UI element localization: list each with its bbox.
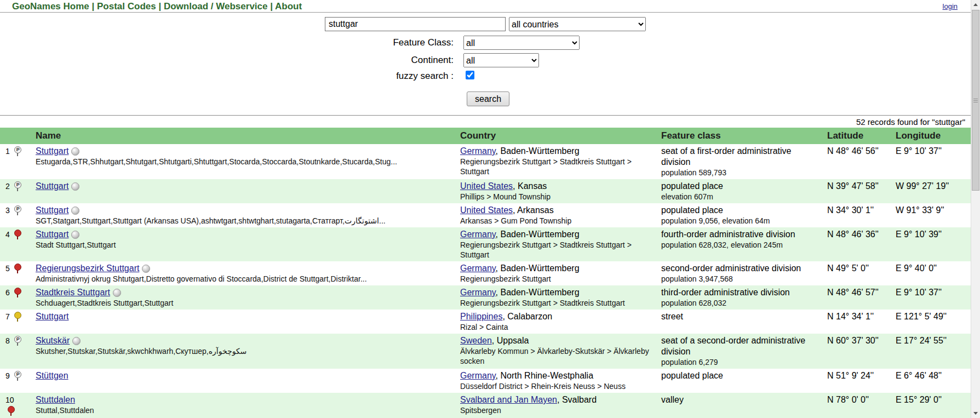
- country-cell: United States, Kansas Phillips > Mound T…: [457, 179, 658, 203]
- nav-link-about[interactable]: About: [275, 1, 302, 12]
- feature-class-cell: seat of a first-order administrative div…: [658, 144, 824, 179]
- longitude-value: E 15° 29' 0'': [893, 393, 971, 418]
- login-link[interactable]: login: [943, 2, 958, 10]
- latitude-value: N 34° 30' 1'': [824, 203, 893, 227]
- wikipedia-icon[interactable]: [71, 182, 79, 191]
- alternate-names: Estugarda,STR,Shhutgart,Shtutgart,Shtutg…: [36, 157, 454, 167]
- placename-link[interactable]: Stüttgen: [36, 371, 68, 380]
- country-link[interactable]: Sweden: [460, 336, 492, 345]
- alternate-names: Administrativnyj okrug Shtutgart,Distret…: [36, 274, 454, 284]
- wikipedia-icon[interactable]: [71, 147, 79, 156]
- admin-division-marker-icon: [14, 264, 21, 274]
- country-link[interactable]: Germany: [460, 264, 496, 273]
- admin-division-marker-icon: [14, 288, 21, 298]
- result-row: 1 P Stuttgart Estugarda,STR,Shhutgart,Sh…: [0, 144, 971, 179]
- feature-class-text: seat of a first-order administrative div…: [661, 146, 821, 168]
- feature-detail-text: population 589,793: [661, 168, 821, 177]
- wikipedia-icon[interactable]: [71, 231, 79, 239]
- hierarchy-path: Regierungsbezirk Stuttgart > Stadtkreis …: [460, 240, 655, 260]
- feature-class-cell: second-order administrative division pop…: [658, 261, 824, 285]
- country-link[interactable]: Germany: [460, 230, 496, 239]
- fuzzy-search-checkbox[interactable]: [466, 71, 474, 79]
- hierarchy-path: Regierungsbezirk Stuttgart > Stadtkreis …: [460, 298, 655, 308]
- country-cell: Germany, North Rhine-Westphalia Düsseldo…: [457, 369, 658, 393]
- nav-link-postal-codes[interactable]: Postal Codes: [97, 1, 156, 12]
- hierarchy-path: Rizal > Cainta: [460, 322, 655, 332]
- country-link[interactable]: Germany: [460, 288, 496, 297]
- scrollbar-up-arrow[interactable]: [971, 0, 980, 9]
- wikipedia-icon[interactable]: [72, 337, 81, 345]
- admin1-name: , Kansas: [513, 181, 547, 191]
- placename-link[interactable]: Stuttgart: [36, 312, 68, 321]
- row-number: 7: [5, 312, 10, 321]
- populated-place-marker-icon: P: [14, 205, 21, 216]
- hierarchy-path: Arkansas > Gum Pond Township: [460, 216, 655, 226]
- hierarchy-path: Spitsbergen: [460, 405, 655, 415]
- row-index-cell: 4: [0, 227, 33, 261]
- row-index-cell: 9 P: [0, 369, 33, 393]
- placename-link[interactable]: Stadtkreis Stuttgart: [36, 288, 110, 297]
- search-query-row: all countries: [0, 17, 971, 31]
- alternate-names: Stadt Stuttgart,Stuttgart: [36, 240, 454, 250]
- wikipedia-icon[interactable]: [113, 289, 121, 297]
- continent-select[interactable]: all: [463, 53, 539, 67]
- row-number: 4: [5, 230, 10, 239]
- feature-detail-text: population 6,279: [661, 357, 821, 367]
- placename-link[interactable]: Stuttgart: [36, 181, 68, 191]
- longitude-value: E 9° 10' 37'': [893, 285, 971, 310]
- country-link[interactable]: United States: [460, 205, 513, 215]
- continent-label: Continent:: [0, 55, 459, 66]
- placename-link[interactable]: Stuttdalen: [36, 395, 75, 404]
- feature-class-row: Feature Class: all: [0, 36, 971, 50]
- feature-class-cell: populated place population 9,056, elevat…: [658, 203, 824, 227]
- nav-link-download-webservice[interactable]: Download / Webservice: [164, 1, 268, 12]
- longitude-value: E 17° 24' 55'': [893, 334, 971, 369]
- search-button[interactable]: search: [467, 91, 509, 106]
- country-select[interactable]: all countries: [509, 17, 646, 31]
- feature-class-select[interactable]: all: [463, 36, 580, 50]
- row-number: 3: [5, 206, 10, 215]
- placename-link[interactable]: Regierungsbezirk Stuttgart: [36, 264, 139, 273]
- longitude-value: E 9° 40' 0'': [893, 261, 971, 285]
- result-row: 9 P Stüttgen Germany, North Rhine-Westph…: [0, 369, 971, 393]
- continent-row: Continent: all: [0, 53, 971, 67]
- result-row: 2 P Stuttgart United States, Kansas Phil…: [0, 179, 971, 203]
- result-row: 4 Stuttgart Stadt Stuttgart,Stuttgart Ge…: [0, 227, 971, 261]
- country-link[interactable]: Philippines: [460, 312, 502, 321]
- nav-link-geonames-home[interactable]: GeoNames Home: [12, 1, 89, 12]
- placename-link[interactable]: Stuttgart: [36, 146, 68, 156]
- name-cell: Stadtkreis Stuttgart Schduagert,Stadtkre…: [33, 285, 457, 310]
- longitude-value: E 9° 10' 39'': [893, 227, 971, 261]
- row-number: 1: [5, 147, 10, 156]
- placename-link[interactable]: Stuttgart: [36, 205, 68, 215]
- feature-detail-text: population 628,032: [661, 298, 821, 308]
- country-link[interactable]: Germany: [460, 371, 496, 380]
- populated-place-marker-icon: P: [14, 371, 21, 381]
- latitude-value: N 51° 9' 24'': [824, 369, 893, 393]
- vertical-scrollbar[interactable]: [971, 0, 980, 418]
- wikipedia-icon[interactable]: [142, 265, 150, 273]
- scrollbar-down-arrow[interactable]: [971, 409, 980, 418]
- longitude-value: E 9° 10' 37'': [893, 144, 971, 179]
- wikipedia-icon[interactable]: [71, 207, 79, 215]
- country-link[interactable]: Svalbard and Jan Mayen: [460, 395, 557, 404]
- fuzzy-search-label: fuzzy search :: [0, 71, 459, 82]
- row-number: 2: [5, 182, 10, 191]
- scrollbar-thumb[interactable]: [972, 10, 979, 191]
- latitude-value: N 39° 47' 58'': [824, 179, 893, 203]
- placename-link[interactable]: Stuttgart: [36, 230, 68, 239]
- column-header-country: Country: [457, 128, 658, 144]
- row-index-cell: 1 P: [0, 144, 33, 179]
- results-tbody: 1 P Stuttgart Estugarda,STR,Shhutgart,Sh…: [0, 144, 971, 418]
- country-link[interactable]: Germany: [460, 146, 496, 156]
- placename-link[interactable]: Skutskär: [36, 336, 70, 345]
- search-input[interactable]: [325, 17, 506, 31]
- nav-separator: |: [89, 1, 97, 12]
- hierarchy-path: Regierungsbezirk Stuttgart: [460, 274, 655, 284]
- name-cell: Stuttgart Estugarda,STR,Shhutgart,Shtutg…: [33, 144, 457, 179]
- name-cell: Stuttdalen Stuttal,Stuttdalen: [33, 393, 457, 418]
- alternate-names: Schduagert,Stadtkreis Stuttgart,Stuttgar…: [36, 298, 454, 308]
- name-cell: Stuttgart: [33, 310, 457, 334]
- feature-detail-text: population 9,056, elevation 64m: [661, 216, 821, 226]
- country-link[interactable]: United States: [460, 181, 513, 191]
